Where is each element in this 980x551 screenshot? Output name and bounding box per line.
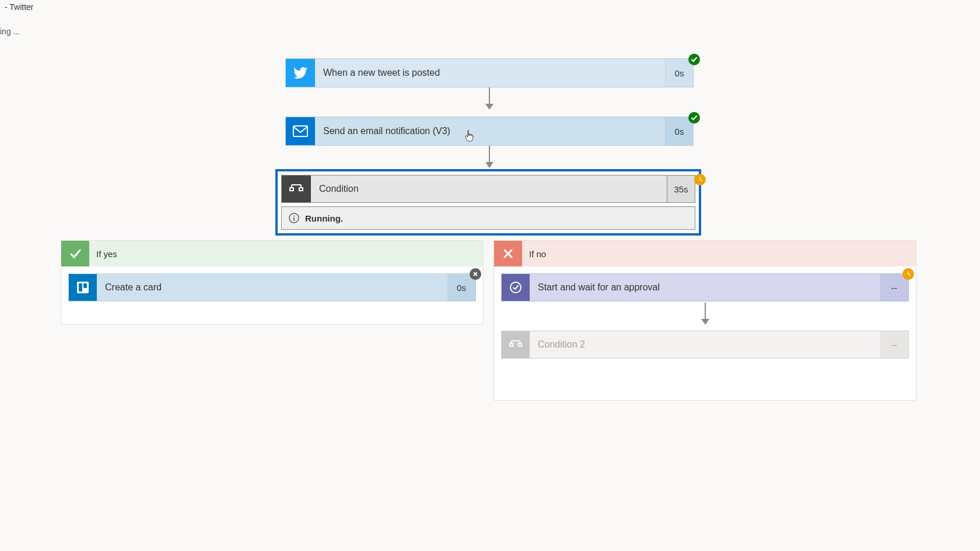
branch-if-yes-title: If yes [89,241,483,266]
flow-arrow [489,87,490,105]
branch-if-no[interactable]: If no Start and wait for an approval -- [494,240,916,401]
condition-icon [282,176,311,202]
step-condition-label: Condition [311,176,667,202]
status-cancel-icon [470,268,481,280]
branch-if-yes[interactable]: If yes Create a card 0s [61,240,484,325]
branch-if-no-header: If no [494,241,916,266]
step-condition-2-duration: -- [880,331,908,358]
arrow-head-icon [485,162,494,168]
branch-if-no-title: If no [522,241,916,266]
step-approval[interactable]: Start and wait for an approval -- [501,273,909,301]
trello-icon [69,274,97,301]
status-success-icon [688,112,700,124]
cursor-pointer-icon [464,129,475,142]
status-success-icon [688,54,700,65]
svg-rect-2 [299,188,303,191]
arrow-head-icon [485,104,494,110]
step-trigger[interactable]: When a new tweet is posted 0s [285,58,694,87]
step-create-card[interactable]: Create a card 0s [68,273,476,301]
step-send-email-label: Send an email notification (V3) [315,117,665,145]
status-pending-icon [902,268,914,280]
step-approval-label: Start and wait for an approval [530,274,880,301]
step-send-email-duration: 0s [665,117,693,145]
check-icon [61,241,89,266]
step-trigger-duration: 0s [665,59,693,87]
svg-rect-1 [290,188,293,191]
step-condition[interactable]: Condition 35s Running. [275,169,701,236]
svg-point-9 [510,282,521,293]
twitter-icon [286,59,315,87]
step-create-card-label: Create a card [97,274,447,301]
arrow-head-icon [701,319,709,325]
step-trigger-label: When a new tweet is posted [315,59,665,87]
condition-status-bar: Running. [281,206,695,230]
svg-rect-0 [293,126,307,136]
svg-rect-7 [79,283,82,292]
svg-rect-8 [83,283,87,288]
condition-running-text: Running. [305,213,343,223]
svg-rect-11 [519,343,522,346]
flow-arrow [489,146,490,163]
flow-arrow [705,303,706,320]
svg-rect-5 [293,217,295,221]
cross-icon [494,241,522,266]
mail-icon [286,117,315,145]
browser-tab-title: - Twitter [0,0,38,14]
loading-indicator: ing ... [0,27,20,36]
status-pending-icon [694,174,706,185]
condition-icon [502,331,530,358]
branch-if-yes-header: If yes [61,241,483,266]
step-condition-2[interactable]: Condition 2 -- [501,331,909,359]
approval-icon [502,274,530,301]
step-condition-duration: 35s [667,175,695,203]
info-icon [289,213,299,223]
step-send-email[interactable]: Send an email notification (V3) 0s [285,117,694,146]
svg-rect-10 [510,343,513,346]
step-condition-2-label: Condition 2 [530,331,880,358]
svg-point-4 [293,216,295,217]
